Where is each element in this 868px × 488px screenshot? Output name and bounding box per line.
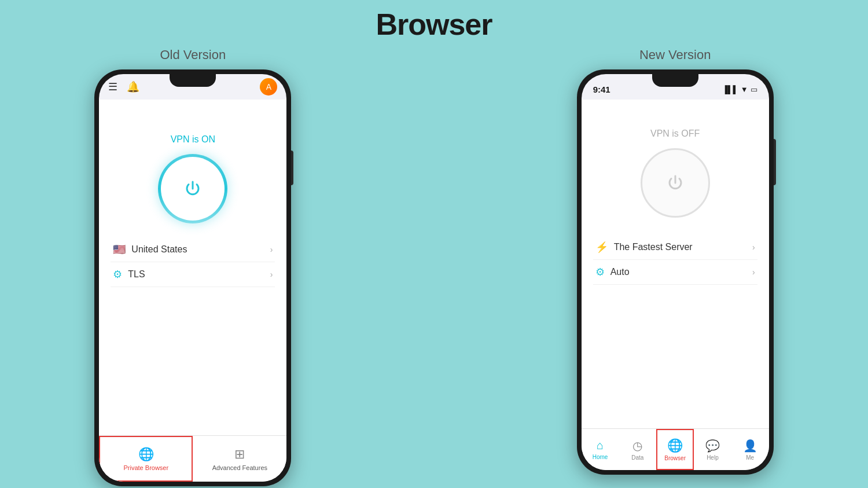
data-icon: ◷ — [632, 439, 642, 453]
browser-label: Browser — [664, 455, 686, 461]
browser-icon: 🌐 — [667, 438, 683, 453]
vpn-status-on: VPN is ON — [171, 134, 215, 145]
bottom-nav-new: ⌂ Home ◷ Data 🌐 Browser 💬 Help — [582, 428, 769, 470]
status-icons: ▐▌▌ ▼ ▭ — [722, 85, 757, 94]
browser-nav-icon: 🌐 — [138, 447, 154, 462]
help-icon: 💬 — [705, 439, 720, 453]
signal-icon: ▐▌▌ — [722, 85, 738, 94]
nav-advanced-features[interactable]: ⊞ Advanced Features — [193, 436, 286, 482]
auto-chevron: › — [752, 267, 755, 277]
nav-private-browser[interactable]: 🌐 Private Browser — [99, 436, 193, 482]
power-icon-active — [181, 177, 204, 200]
server-chevron: › — [752, 243, 755, 252]
flag-icon: 🇺🇸 — [113, 243, 126, 256]
old-phone: ☰ 🔔 A VPN is ON — [94, 69, 291, 486]
bottom-nav-old: 🌐 Private Browser ⊞ Advanced Features — [99, 435, 286, 482]
page-title: Browser — [376, 7, 492, 42]
nav-data[interactable]: ◷ Data — [619, 429, 656, 470]
location-item[interactable]: 🇺🇸 United States › — [111, 237, 275, 262]
server-item[interactable]: ⚡ The Fastest Server › — [593, 235, 757, 260]
protocol-item[interactable]: ⚙ TLS › — [111, 262, 275, 287]
location-name: United States — [131, 244, 264, 255]
power-button-active[interactable] — [158, 154, 227, 223]
notch-new — [652, 74, 698, 87]
vpn-status-off: VPN is OFF — [650, 129, 700, 139]
features-nav-icon: ⊞ — [234, 447, 245, 462]
nav-browser[interactable]: 🌐 Browser — [656, 429, 694, 470]
help-label: Help — [707, 454, 719, 461]
server-icon: ⚡ — [595, 241, 608, 254]
notch-old — [170, 74, 216, 87]
avatar[interactable]: A — [260, 78, 277, 96]
location-chevron: › — [270, 245, 273, 254]
data-label: Data — [631, 454, 643, 461]
old-version-label: Old Version — [160, 47, 226, 63]
wifi-icon: ▼ — [741, 85, 748, 94]
private-browser-label: Private Browser — [124, 464, 169, 471]
battery-icon: ▭ — [751, 85, 757, 94]
new-phone: 9:41 ▐▌▌ ▼ ▭ VPN is OFF — [577, 69, 774, 475]
protocol-name: TLS — [128, 269, 264, 280]
home-label: Home — [593, 454, 608, 460]
new-version-label: New Version — [639, 47, 711, 63]
status-time: 9:41 — [593, 85, 610, 94]
home-icon: ⌂ — [597, 439, 604, 452]
menu-icon[interactable]: ☰ — [108, 80, 117, 93]
bell-icon[interactable]: 🔔 — [127, 80, 139, 93]
nav-home[interactable]: ⌂ Home — [582, 429, 619, 470]
power-icon-inactive — [664, 171, 687, 195]
power-button-inactive[interactable] — [641, 148, 710, 218]
protocol-chevron: › — [270, 270, 273, 279]
me-icon: 👤 — [743, 439, 757, 453]
auto-protocol-name: Auto — [610, 267, 746, 277]
new-app-content: VPN is OFF ⚡ The Fastest Server › — [582, 100, 769, 428]
server-name: The Fastest Server — [614, 242, 746, 252]
nav-help[interactable]: 💬 Help — [694, 429, 731, 470]
nav-me[interactable]: 👤 Me — [731, 429, 769, 470]
old-app-content: VPN is ON 🇺🇸 United States › — [99, 100, 286, 435]
auto-protocol-icon: ⚙ — [595, 266, 605, 278]
me-label: Me — [746, 454, 754, 461]
protocol-icon: ⚙ — [113, 268, 122, 281]
advanced-features-label: Advanced Features — [212, 464, 267, 471]
auto-protocol-item[interactable]: ⚙ Auto › — [593, 260, 757, 285]
